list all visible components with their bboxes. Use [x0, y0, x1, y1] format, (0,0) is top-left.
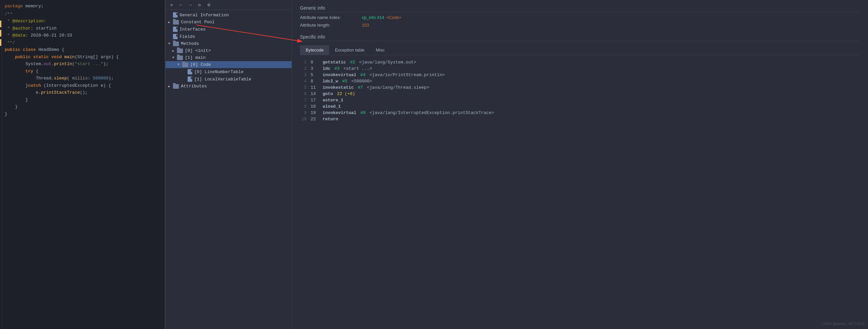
code-line: /**	[2, 11, 165, 18]
folder-icon	[177, 48, 183, 53]
tree-item-label: General Information	[180, 13, 229, 18]
arrow-icon: ▼	[172, 56, 177, 60]
bytecode-row: 2 3 ldc #3 <start ...>	[300, 65, 860, 72]
tree-item-constantpool[interactable]: ▶ Constant Pool	[166, 19, 292, 26]
info-panel: Generic info Attribute name index: cp_in…	[292, 0, 868, 329]
tab-misc[interactable]: Misc	[370, 45, 391, 55]
bytecode-row: 10 22 return	[300, 116, 860, 122]
tree-item-interfaces[interactable]: Interfaces	[166, 26, 292, 33]
code-line: System.out.println("start ...");	[2, 61, 165, 68]
code-line: }	[2, 96, 165, 104]
tree-item-label: Fields	[180, 34, 195, 39]
forward-icon[interactable]: →	[187, 2, 193, 8]
bytecode-row: 6 14 goto 22 (+8)	[300, 91, 860, 97]
tree-item-fields[interactable]: Fields	[166, 33, 292, 40]
code-line: }	[2, 103, 165, 111]
tree-item-label: [1] LocalVariableTable	[194, 77, 251, 82]
tree-item-label: Methods	[181, 41, 199, 46]
bytecode-row: 7 17 astore_1	[300, 97, 860, 103]
refresh-icon[interactable]: ↻	[196, 2, 203, 8]
tree-item-attributes[interactable]: ▶ Attributes	[166, 83, 292, 90]
arrow-icon: ▼	[178, 63, 182, 66]
code-line: package memory;	[2, 3, 165, 10]
tree-item-label: Interfaces	[180, 27, 206, 32]
tree-panel: ✕ ← → ↻ ⚙ General Information ▶ Constant…	[166, 0, 292, 329]
arrow-icon: ▶	[168, 20, 173, 24]
folder-icon	[182, 63, 188, 67]
bytecode-table: 1 0 getstatic #2 <java/lang/System.out> …	[300, 59, 860, 122]
code-line: * @author: starfish	[2, 25, 165, 32]
file-icon	[188, 69, 192, 74]
tree-content: General Information ▶ Constant Pool Inte…	[166, 10, 292, 329]
tree-item-general[interactable]: General Information	[166, 11, 292, 19]
tree-item-methods[interactable]: ▼ Methods	[166, 40, 292, 47]
tab-exception-table[interactable]: Exception table	[329, 45, 370, 55]
tree-item-label: Attributes	[181, 84, 207, 89]
specific-info-section: Specific info Bytecode Exception table M…	[300, 34, 860, 122]
tree-toolbar: ✕ ← → ↻ ⚙	[166, 0, 292, 10]
tree-item-main[interactable]: ▼ [1] main	[166, 54, 292, 61]
tree-item-code[interactable]: ▼ [0] Code	[166, 61, 292, 68]
code-line: }	[2, 111, 165, 118]
close-icon[interactable]: ✕	[168, 2, 175, 8]
marker-3	[0, 39, 1, 46]
arrow-icon: ▶	[172, 49, 177, 53]
attr-name-code: <Code>	[386, 15, 401, 20]
file-icon	[173, 12, 178, 18]
code-line: e.printStackTrace();	[2, 89, 165, 96]
code-panel: package memory; /** * @description: * @a…	[2, 0, 165, 329]
tree-item-label: [0] Code	[190, 62, 211, 67]
generic-info-title: Generic info	[300, 5, 860, 12]
tree-item-label: Constant Pool	[181, 20, 215, 25]
watermark: CSDN @weixin_45773632	[821, 322, 865, 326]
attr-length-label: Attribute length:	[300, 23, 360, 28]
file-icon	[188, 76, 192, 82]
bytecode-row: 1 0 getstatic #2 <java/lang/System.out>	[300, 59, 860, 65]
bytecode-row: 9 19 invokevirtual #9 <java/lang/Interru…	[300, 110, 860, 116]
attr-length-value: 103	[362, 23, 369, 28]
bytecode-row: 4 8 ldc2_w #5 <500000>	[300, 78, 860, 85]
folder-icon	[173, 84, 179, 89]
file-icon	[173, 34, 178, 39]
marker-1	[0, 21, 1, 27]
code-line: try {	[2, 68, 165, 75]
tree-item-label: [0] <init>	[185, 48, 211, 53]
bytecode-row: 8 18 aload_1	[300, 103, 860, 110]
attr-name-row: Attribute name index: cp_info #14 <Code>	[300, 15, 860, 20]
tree-item-init[interactable]: ▶ [0] <init>	[166, 47, 292, 54]
attr-name-link[interactable]: cp_info #14	[362, 15, 384, 20]
folder-icon	[173, 41, 179, 46]
tree-item-linenumbertable[interactable]: [0] LineNumberTable	[166, 68, 292, 75]
settings-icon[interactable]: ⚙	[206, 2, 212, 8]
code-line: }catch (InterruptedException e) {	[2, 82, 165, 89]
code-line: * @data: 2020-06-21 20:33	[2, 32, 165, 39]
arrow-icon: ▼	[168, 42, 173, 45]
attr-name-label: Attribute name index:	[300, 15, 360, 20]
bytecode-row: 3 5 invokevirtual #4 <java/io/PrintStrea…	[300, 72, 860, 78]
folder-icon	[177, 56, 183, 60]
tab-bytecode[interactable]: Bytecode	[300, 45, 329, 55]
bytecode-row: 5 11 invokestatic #7 <java/lang/Thread.s…	[300, 85, 860, 91]
code-line: public static void main(String[] args) {	[2, 54, 165, 61]
specific-info-title: Specific info	[300, 34, 860, 41]
back-icon[interactable]: ←	[178, 2, 184, 8]
attr-length-row: Attribute length: 103	[300, 23, 860, 28]
arrow-icon: ▶	[168, 85, 173, 89]
code-line: public class HeadDemo {	[2, 46, 165, 54]
code-line: **/	[2, 39, 165, 46]
tabs-bar: Bytecode Exception table Misc	[300, 45, 860, 55]
tree-item-label: [0] LineNumberTable	[194, 69, 243, 74]
marker-2	[0, 30, 1, 37]
file-icon	[173, 27, 178, 32]
tree-item-label: [1] main	[185, 55, 206, 60]
code-line: * @description:	[2, 18, 165, 25]
code-line: Thread.sleep( millis: 500000);	[2, 75, 165, 82]
tree-item-localvariabletable[interactable]: [1] LocalVariableTable	[166, 75, 292, 83]
folder-icon	[173, 20, 179, 25]
